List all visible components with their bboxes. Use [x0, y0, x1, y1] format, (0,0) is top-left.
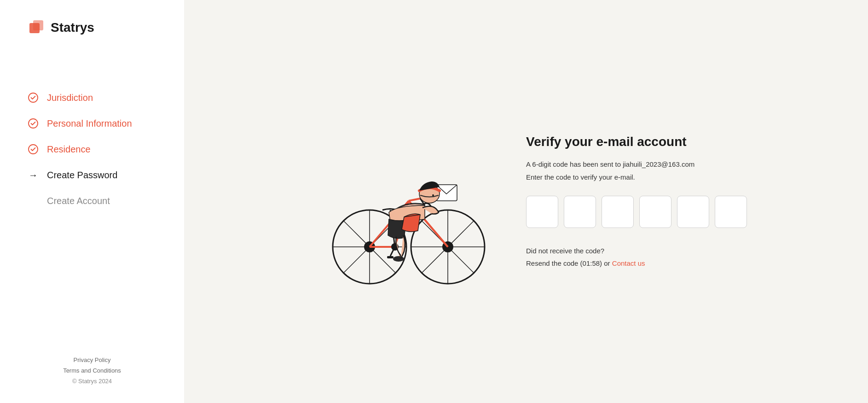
- resend-row: Resend the code (01:58) or Contact us: [526, 257, 738, 269]
- logo-icon: [28, 18, 46, 37]
- copyright: © Statrys 2024: [72, 378, 112, 385]
- verify-panel: Verify your e-mail account A 6-digit cod…: [526, 134, 738, 270]
- logo: Statrys: [28, 18, 156, 37]
- step-label-password: Create Password: [47, 170, 117, 181]
- svg-point-2: [29, 93, 38, 102]
- step-label-personal: Personal Information: [47, 118, 132, 129]
- svg-rect-1: [33, 20, 43, 30]
- check-circle-icon-personal: [28, 118, 39, 129]
- content-wrapper: Verify your e-mail account A 6-digit cod…: [250, 95, 802, 309]
- step-jurisdiction: Jurisdiction: [28, 92, 156, 103]
- svg-point-4: [29, 145, 38, 154]
- step-label-jurisdiction: Jurisdiction: [47, 93, 93, 103]
- step-residence: Residence: [28, 144, 156, 155]
- check-circle-icon-jurisdiction: [28, 92, 39, 103]
- code-input-3[interactable]: [602, 196, 634, 228]
- step-label-residence: Residence: [47, 144, 91, 155]
- svg-line-23: [409, 199, 420, 201]
- svg-point-3: [29, 119, 38, 128]
- verify-instruction: Enter the code to verify your e-mail.: [526, 173, 738, 181]
- logo-text: Statrys: [51, 20, 94, 35]
- code-input-4[interactable]: [639, 196, 671, 228]
- step-personal-information: Personal Information: [28, 118, 156, 129]
- contact-us-link[interactable]: Contact us: [612, 259, 645, 267]
- terms-link[interactable]: Terms and Conditions: [63, 367, 121, 374]
- code-input-1[interactable]: [526, 196, 558, 228]
- main-content: Verify your e-mail account A 6-digit cod…: [184, 0, 868, 403]
- resend-timer: Resend the code (01:58) or: [526, 259, 610, 267]
- resend-text: Did not receive the code?: [526, 245, 738, 257]
- check-circle-icon-residence: [28, 144, 39, 155]
- step-create-password: → Create Password: [28, 169, 156, 181]
- privacy-policy-link[interactable]: Privacy Policy: [74, 356, 111, 363]
- illustration-area: [314, 113, 489, 290]
- svg-point-33: [432, 194, 434, 196]
- code-input-5[interactable]: [677, 196, 709, 228]
- code-inputs: [526, 196, 738, 228]
- code-input-6[interactable]: [715, 196, 747, 228]
- placeholder-icon-account: [28, 195, 39, 206]
- cyclist-illustration: [314, 113, 489, 288]
- step-create-account: Create Account: [28, 195, 156, 206]
- svg-rect-28: [387, 256, 393, 258]
- verify-title: Verify your e-mail account: [526, 134, 738, 150]
- nav-steps: Jurisdiction Personal Information Reside…: [28, 92, 156, 338]
- verify-subtitle: A 6-digit code has been sent to jiahuili…: [526, 159, 738, 170]
- resend-section: Did not receive the code? Resend the cod…: [526, 245, 738, 269]
- step-label-account: Create Account: [47, 196, 110, 206]
- sidebar: Statrys Jurisdiction Personal Informatio…: [0, 0, 184, 403]
- svg-point-29: [393, 256, 404, 262]
- code-input-2[interactable]: [564, 196, 596, 228]
- arrow-icon-password: →: [28, 169, 39, 181]
- sidebar-footer: Privacy Policy Terms and Conditions © St…: [28, 338, 156, 385]
